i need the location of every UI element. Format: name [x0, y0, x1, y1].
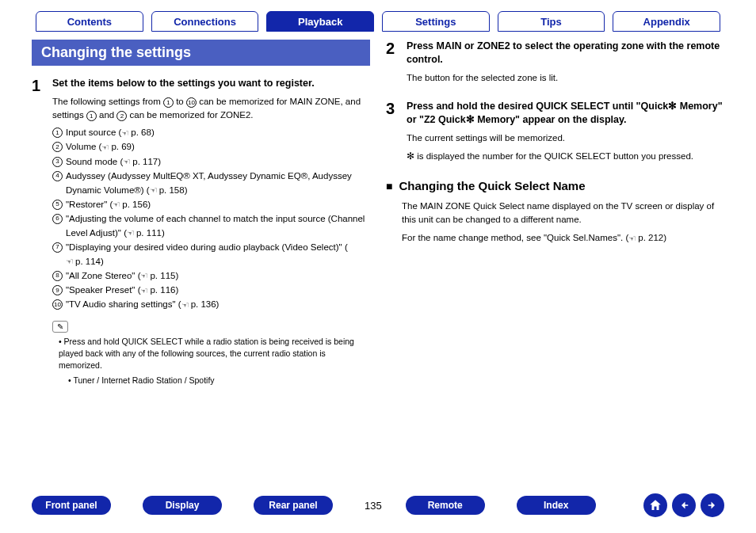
page-ref[interactable]: ☞p. 68	[121, 126, 151, 140]
note: • Press and hold QUICK SELECT while a ra…	[52, 336, 370, 387]
right-column: 2 Press MAIN or ZONE2 to select the oper…	[386, 40, 724, 398]
hand-icon: ☞	[181, 299, 189, 312]
next-button[interactable]	[701, 493, 724, 517]
bottom-bar: Front panel Display Rear panel 135 Remot…	[32, 493, 724, 517]
page-ref[interactable]: ☞p. 212	[628, 231, 663, 245]
square-icon: ■	[386, 179, 392, 193]
note-icon: ✎	[52, 321, 68, 333]
hand-icon: ☞	[101, 141, 109, 154]
page-ref[interactable]: ☞p. 158	[150, 184, 185, 198]
hand-icon: ☞	[127, 227, 135, 240]
prev-button[interactable]	[672, 493, 696, 517]
page-ref[interactable]: ☞p. 114	[66, 255, 101, 269]
arrow-left-icon	[677, 498, 691, 512]
subsection-heading: ■ Changing the Quick Select Name	[386, 179, 724, 193]
step-3: 3 Press and hold the desired QUICK SELEC…	[386, 100, 724, 167]
step-number: 3	[386, 100, 407, 167]
home-icon	[648, 498, 662, 512]
pill-display[interactable]: Display	[143, 496, 222, 515]
list-item: 10"TV Audio sharing settings" (☞p. 136)	[52, 298, 370, 312]
step-3-title: Press and hold the desired QUICK SELECT …	[407, 100, 724, 127]
pill-front-panel[interactable]: Front panel	[32, 496, 111, 515]
list-item: 2Volume (☞p. 69)	[52, 140, 370, 154]
page-ref[interactable]: ☞p. 136	[181, 298, 216, 312]
step-1: 1 Set the items below to the settings yo…	[32, 77, 370, 386]
svg-rect-1	[708, 504, 712, 506]
step-3-desc1: The current settings will be memorized.	[407, 131, 724, 145]
page-ref[interactable]: ☞p. 156	[113, 198, 147, 212]
home-button[interactable]	[643, 493, 667, 517]
page-ref[interactable]: ☞p. 111	[127, 227, 162, 241]
tab-playback[interactable]: Playback	[266, 11, 374, 32]
subsection-p2: For the name change method, see "Quick S…	[386, 231, 724, 246]
tab-appendix[interactable]: Appendix	[613, 11, 720, 32]
step-number: 2	[386, 40, 407, 89]
step-2: 2 Press MAIN or ZONE2 to select the oper…	[386, 40, 724, 89]
hand-icon: ☞	[628, 232, 636, 246]
hand-icon: ☞	[140, 284, 148, 298]
list-item: 7"Displaying your desired video during a…	[52, 241, 370, 269]
page-ref[interactable]: ☞p. 115	[140, 269, 175, 284]
settings-list: 1Input source (☞p. 68) 2Volume (☞p. 69) …	[52, 126, 370, 312]
list-item: 4Audyssey (Audyssey MultEQ® XT, Audyssey…	[52, 169, 370, 198]
list-item: 6"Adjusting the volume of each channel t…	[52, 212, 370, 241]
list-item: 1Input source (☞p. 68)	[52, 126, 370, 140]
step-2-title: Press MAIN or ZONE2 to select the operat…	[407, 40, 724, 67]
page-number: 135	[365, 500, 382, 512]
section-header: Changing the settings	[32, 40, 370, 66]
step-3-desc2: ✻ is displayed the number for the QUICK …	[407, 150, 724, 163]
tab-connections[interactable]: Connections	[151, 11, 259, 32]
pill-rear-panel[interactable]: Rear panel	[254, 496, 333, 515]
list-item: 5"Restorer" (☞p. 156)	[52, 198, 370, 212]
tab-tips[interactable]: Tips	[498, 11, 605, 32]
page-ref[interactable]: ☞p. 116	[140, 284, 175, 298]
hand-icon: ☞	[66, 255, 74, 268]
pill-index[interactable]: Index	[517, 496, 596, 515]
hand-icon: ☞	[121, 127, 129, 140]
top-tabs: Contents Connections Playback Settings T…	[32, 11, 724, 32]
left-column: Changing the settings 1 Set the items be…	[32, 40, 370, 398]
tab-contents[interactable]: Contents	[36, 11, 143, 32]
list-item: 3Sound mode (☞p. 117)	[52, 155, 370, 169]
svg-rect-0	[685, 504, 689, 506]
hand-icon: ☞	[123, 155, 131, 169]
page-ref[interactable]: ☞p. 117	[123, 155, 158, 169]
hand-icon: ☞	[150, 184, 158, 197]
pill-remote[interactable]: Remote	[406, 496, 485, 515]
page-ref[interactable]: ☞p. 69	[101, 140, 132, 154]
arrow-right-icon	[705, 498, 720, 512]
list-item: 9"Speaker Preset" (☞p. 116)	[52, 284, 370, 298]
hand-icon: ☞	[113, 198, 120, 211]
list-item: 8"All Zone Stereo" (☞p. 115)	[52, 269, 370, 284]
hand-icon: ☞	[140, 269, 148, 283]
tab-settings[interactable]: Settings	[382, 11, 490, 32]
step-2-desc: The button for the selected zone is lit.	[407, 71, 724, 85]
step-number: 1	[32, 77, 52, 386]
step-1-desc: The following settings from 1 to 10 can …	[52, 95, 370, 121]
subsection-p1: The MAIN ZONE Quick Select name displaye…	[386, 200, 724, 227]
step-1-title: Set the items below to the settings you …	[52, 77, 370, 90]
